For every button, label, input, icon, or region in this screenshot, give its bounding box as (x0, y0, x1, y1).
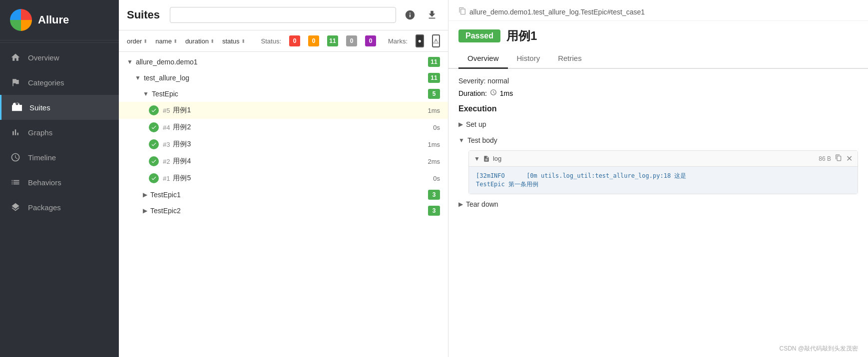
setup-caret: ▶ (458, 121, 463, 128)
tab-history[interactable]: History (508, 49, 549, 69)
tree-count-testepic1: 3 (428, 190, 440, 200)
sort-status[interactable]: status ⬍ (222, 37, 245, 45)
tree-row-testepic2[interactable]: ▶ TestEpic2 3 (119, 203, 448, 219)
test-check-1 (149, 173, 159, 183)
test-item-2[interactable]: #2 用例4 2ms (119, 153, 448, 170)
tree-label-testepic: TestEpic (152, 90, 428, 98)
download-button[interactable] (424, 7, 440, 23)
log-block: ▼ log 86 B ✕ [32mINFO [0m utils (468, 150, 858, 194)
test-name-3: 用例3 (173, 140, 428, 149)
home-icon (10, 52, 21, 63)
tree-toggle-testepic2: ▶ (143, 207, 147, 214)
sort-order[interactable]: order ⬍ (127, 37, 147, 45)
sidebar-item-suites[interactable]: Suites (0, 95, 119, 120)
tab-overview[interactable]: Overview (458, 49, 508, 69)
tree-node-testepic1: ▶ TestEpic1 3 (119, 187, 448, 203)
main-area: Suites order ⬍ name ⬍ (119, 0, 868, 357)
detail-path: allure_demo.demo1.test_allure_log.TestEp… (448, 0, 868, 21)
clock-nav-icon (10, 152, 21, 163)
tree-row-root[interactable]: ▼ allure_demo.demo1 11 (119, 54, 448, 70)
tree-label-testepic2: TestEpic2 (150, 207, 428, 215)
tree-node-testepic2: ▶ TestEpic2 3 (119, 203, 448, 219)
status-badge-purple[interactable]: 0 (365, 35, 376, 46)
log-header: ▼ log 86 B ✕ (469, 151, 858, 167)
sidebar-overview-label: Overview (28, 53, 59, 62)
tab-retries[interactable]: Retries (549, 49, 591, 69)
test-item-5[interactable]: #5 用例1 1ms (119, 102, 448, 119)
info-button[interactable] (402, 7, 418, 23)
test-dur-3: 1ms (428, 141, 440, 148)
bar-chart-icon (10, 127, 21, 138)
sidebar-behaviors-label: Behaviors (28, 178, 61, 187)
sidebar-categories-label: Categories (28, 78, 64, 87)
test-dur-4: 0s (433, 124, 440, 131)
sidebar-item-categories[interactable]: Categories (0, 70, 119, 95)
sidebar-item-packages[interactable]: Packages (0, 195, 119, 220)
test-item-1[interactable]: #1 用例5 0s (119, 170, 448, 187)
test-check-5 (149, 105, 159, 115)
sidebar-item-overview[interactable]: Overview (0, 45, 119, 70)
log-caret[interactable]: ▼ (474, 155, 480, 162)
suites-tree: ▼ allure_demo.demo1 11 ▼ test_allure_log… (119, 52, 448, 357)
tree-toggle-testepic: ▼ (143, 90, 149, 97)
suites-search-input[interactable] (170, 7, 396, 23)
tree-row-test-allure-log[interactable]: ▼ test_allure_log 11 (119, 70, 448, 86)
teardown-row[interactable]: ▶ Tear down (458, 198, 858, 210)
duration-label: Duration: (458, 89, 487, 97)
sort-duration-arrow: ⬍ (210, 38, 214, 44)
test-dur-2: 2ms (428, 158, 440, 165)
sidebar-item-timeline[interactable]: Timeline (0, 145, 119, 170)
status-filter-label: Status: (261, 37, 281, 45)
layers-icon (10, 202, 21, 213)
detail-title: 用例1 (506, 28, 537, 44)
test-num-3: #3 (163, 141, 170, 148)
teardown-label: Tear down (466, 200, 498, 208)
mark-warning-button[interactable]: ⚠ (432, 34, 440, 47)
tree-count-testepic: 5 (428, 89, 440, 99)
allure-logo-icon (10, 9, 32, 31)
log-header-left: ▼ log (474, 155, 501, 162)
test-num-2: #2 (163, 158, 170, 165)
test-dur-5: 1ms (428, 107, 440, 114)
log-content: [32mINFO [0m utils.log_util:test_allure_… (469, 167, 858, 194)
suites-filters: order ⬍ name ⬍ duration ⬍ status ⬍ Statu… (119, 30, 448, 52)
status-badge-green[interactable]: 11 (327, 35, 338, 46)
test-item-3[interactable]: #3 用例3 1ms (119, 136, 448, 153)
suites-header: Suites (119, 0, 448, 30)
close-log-button[interactable]: ✕ (846, 154, 853, 163)
duration-value: 1ms (500, 89, 513, 97)
marks-filter-label: Marks: (388, 37, 408, 45)
execution-title: Execution (458, 104, 858, 113)
sort-duration[interactable]: duration ⬍ (185, 37, 214, 45)
detail-tabs: Overview History Retries (448, 49, 868, 69)
setup-label: Set up (466, 120, 486, 128)
status-badge-orange[interactable]: 0 (308, 35, 319, 46)
tree-row-testepic1[interactable]: ▶ TestEpic1 3 (119, 187, 448, 203)
sort-order-arrow: ⬍ (143, 38, 147, 44)
sidebar: Allure Overview Categories Suites Graphs… (0, 0, 119, 357)
sidebar-logo-text: Allure (38, 13, 69, 26)
test-name-4: 用例2 (173, 123, 433, 132)
tree-node-testepic: ▼ TestEpic 5 #5 用例1 1 (119, 86, 448, 187)
sidebar-item-behaviors[interactable]: Behaviors (0, 170, 119, 195)
test-body-row[interactable]: ▼ Test body (458, 134, 858, 146)
sidebar-item-graphs[interactable]: Graphs (0, 120, 119, 145)
sort-name[interactable]: name ⬍ (155, 37, 177, 45)
detail-path-text: allure_demo.demo1.test_allure_log.TestEp… (469, 8, 645, 16)
status-badge-red[interactable]: 0 (289, 35, 300, 46)
tree-count-test-allure-log: 11 (428, 73, 440, 83)
sort-name-label: name (155, 37, 172, 45)
tree-label-test-allure-log: test_allure_log (144, 74, 428, 82)
test-name-1: 用例5 (173, 174, 433, 183)
sidebar-packages-label: Packages (28, 203, 61, 212)
test-check-2 (149, 156, 159, 166)
sort-status-arrow: ⬍ (241, 38, 245, 44)
setup-row[interactable]: ▶ Set up (458, 118, 858, 130)
test-name-5: 用例1 (173, 106, 428, 115)
content-wrapper: Suites order ⬍ name ⬍ (119, 0, 868, 357)
status-badge-gray[interactable]: 0 (346, 35, 357, 46)
test-item-4[interactable]: #4 用例2 0s (119, 119, 448, 136)
tree-row-testepic[interactable]: ▼ TestEpic 5 (119, 86, 448, 102)
mark-flaky-button[interactable]: ● (416, 34, 424, 47)
copy-log-button[interactable] (835, 154, 842, 163)
